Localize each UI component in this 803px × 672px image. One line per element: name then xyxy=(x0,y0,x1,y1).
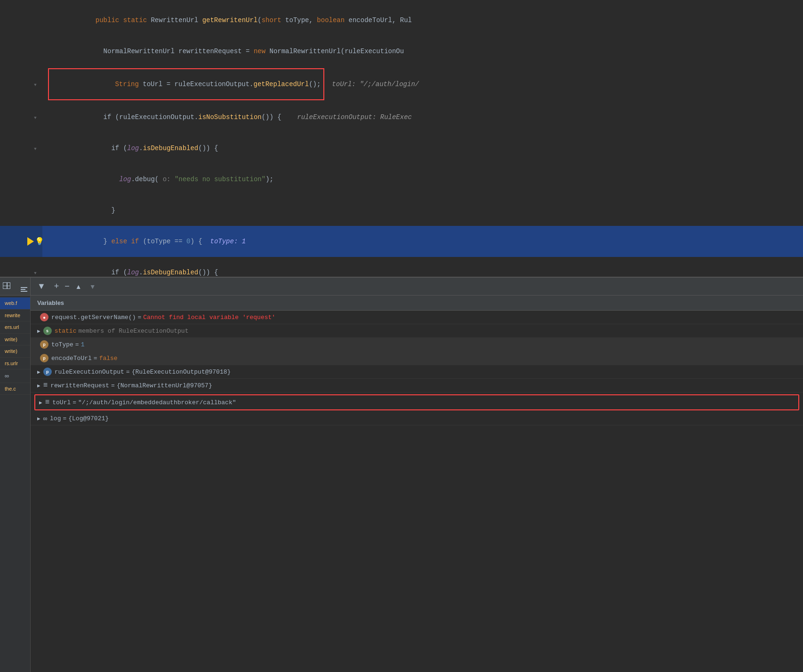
var-item-reo[interactable]: ▶ p ruleExecutionOutput = {RuleExecution… xyxy=(31,365,803,379)
keyword: boolean xyxy=(317,16,348,24)
else-if8: else if xyxy=(111,238,143,245)
expand-right-v8[interactable]: ▶ xyxy=(37,416,40,422)
frame-item-8[interactable]: the.c xyxy=(0,383,30,395)
expand-right-v6[interactable]: ▶ xyxy=(37,383,40,389)
var-name-request: request.getServerName() xyxy=(51,314,136,321)
remove-watch-button[interactable]: − xyxy=(64,281,70,291)
var-item-request[interactable]: ● request.getServerName() = Cannot find … xyxy=(31,311,803,324)
code-content-8: } else if (toType == 0) { toType: 1 xyxy=(42,226,803,257)
code-content-7: } xyxy=(42,195,803,226)
param2: encodeToUrl, Rul xyxy=(349,16,412,24)
frame-item-4[interactable]: write) xyxy=(0,334,30,346)
close-brace7: } xyxy=(88,207,115,214)
variables-list: ● request.getServerName() = Cannot find … xyxy=(31,311,803,672)
table-view-button[interactable] xyxy=(0,280,13,293)
breakpoint-arrow-8 xyxy=(27,237,34,246)
var-item-tourl[interactable]: ▶ ≡ toUrl = "/;/auth/login/embeddedauthb… xyxy=(34,394,799,410)
var-eq1: = xyxy=(137,314,141,321)
code-content-3: String toUrl = ruleExecutionOutput.getRe… xyxy=(42,67,803,102)
code-line-8: 💡 } else if (toType == 0) { toType: 1 xyxy=(0,226,803,257)
frame-item-6[interactable]: rs.urlr xyxy=(0,358,30,370)
var-eq3: = xyxy=(75,341,79,348)
fold-icon-3[interactable] xyxy=(34,80,36,88)
dot5: . xyxy=(139,144,143,152)
gutter-icons-5 xyxy=(28,133,42,164)
code-content-1: public static RewrittenUrl getRewritenUr… xyxy=(42,5,803,36)
equals2: = ruleExecutionOutput. xyxy=(167,80,254,88)
list-view-button[interactable] xyxy=(18,280,30,294)
var-eq5: = xyxy=(126,368,130,376)
var-icon-lines7: ≡ xyxy=(45,398,50,407)
var-val-rr: {NormalRewrittenUrl@97057} xyxy=(117,382,212,389)
var-name-reo: ruleExecutionOutput xyxy=(55,368,124,376)
var-value-request: Cannot find local variable 'request' xyxy=(143,314,275,321)
down-nav-button[interactable]: ▼ xyxy=(88,282,98,291)
code-line-2: NormalRewrittenUrl rewrittenRequest = ne… xyxy=(0,36,803,67)
fold-icon-4[interactable] xyxy=(34,113,36,121)
lightbulb-icon-8[interactable]: 💡 xyxy=(35,237,44,246)
gutter-2 xyxy=(0,36,28,67)
frame-item-7[interactable]: ∞ xyxy=(0,369,30,383)
gutter-icons-6 xyxy=(28,164,42,195)
indent9: if ( xyxy=(88,269,127,276)
var-item-totype[interactable]: p toType = 1 xyxy=(31,338,803,352)
var-item-static[interactable]: ▶ s static members of RuleExecutionOutpu… xyxy=(31,324,803,338)
if-stmt: if (ruleExecutionOutput. xyxy=(88,113,198,121)
var-name-log: log xyxy=(50,415,61,422)
paren9: ()) { xyxy=(198,269,218,276)
paren: ( xyxy=(257,16,261,24)
frame-item-2[interactable]: rewrite xyxy=(0,310,30,322)
frame-item-3[interactable]: ers.url xyxy=(0,321,30,334)
fold-icon-5[interactable] xyxy=(34,144,36,152)
frame-item-1[interactable]: web.f xyxy=(0,297,30,310)
log-var9: log xyxy=(127,269,139,276)
param: toType, xyxy=(285,16,317,24)
frame-label-4: write) xyxy=(5,336,25,344)
var-name-totype: toType xyxy=(51,341,73,348)
brace8: ) { xyxy=(190,238,210,245)
method-nosub: isNoSubstitution xyxy=(198,113,261,121)
var-val-encode: false xyxy=(99,355,118,362)
add-watch-button[interactable]: + xyxy=(54,281,59,291)
gutter-icons-8: 💡 xyxy=(28,226,42,257)
expand-right-v5[interactable]: ▶ xyxy=(37,369,40,375)
keyword: short xyxy=(262,16,285,24)
frame-label-3: ers.url xyxy=(5,323,25,331)
brace4: ()) { xyxy=(262,113,289,121)
tourl-var: toUrl xyxy=(143,80,166,88)
method-name: getRewritenUrl xyxy=(202,16,258,24)
frame-item-5[interactable]: write) xyxy=(0,345,30,358)
expand-right-v7[interactable]: ▶ xyxy=(39,400,42,406)
var-item-encode[interactable]: p encodeToUrl = false xyxy=(31,352,803,365)
var-item-log[interactable]: ▶ ∞ log = {Log@97021} xyxy=(31,412,803,425)
var-item-rr[interactable]: ▶ ≡ rewrittenRequest = {NormalRewrittenU… xyxy=(31,379,803,392)
var-icon-lines6: ≡ xyxy=(43,381,48,390)
string6: "needs no substitution" xyxy=(175,176,265,183)
var-name: rewrittenRequest xyxy=(178,48,246,55)
debugger-toolbar xyxy=(0,278,30,296)
var-icon-p4: p xyxy=(40,354,48,362)
code-line-4: if (ruleExecutionOutput.isNoSubstitution… xyxy=(0,102,803,133)
gutter-9 xyxy=(0,257,28,278)
code-content-2: NormalRewrittenUrl rewrittenRequest = ne… xyxy=(42,36,803,67)
gutter-4 xyxy=(0,102,28,133)
fold-icon-9[interactable] xyxy=(34,269,36,276)
log-var5: log xyxy=(127,144,139,152)
code-content-5: if (log.isDebugEnabled()) { xyxy=(42,133,803,164)
expand-all-button[interactable]: ▼ xyxy=(35,280,48,292)
code-lines: public static RewrittenUrl getRewritenUr… xyxy=(0,0,803,278)
frame-label-5: write) xyxy=(5,347,25,355)
code-line-9: if (log.isDebugEnabled()) { xyxy=(0,257,803,278)
type: RewrittenUrl xyxy=(151,16,202,24)
code-content-4: if (ruleExecutionOutput.isNoSubstitution… xyxy=(42,102,803,133)
var-val-reo: {RuleExecutionOutput@97018} xyxy=(132,368,231,376)
expand-right-v2[interactable]: ▶ xyxy=(37,328,40,334)
args: (ruleExecutionOu xyxy=(341,48,404,55)
up-nav-button[interactable]: ▲ xyxy=(73,282,84,291)
code-line-7: } xyxy=(0,195,803,226)
code-line-1: public static RewrittenUrl getRewritenUr… xyxy=(0,5,803,36)
var-val-totype: 1 xyxy=(81,341,85,348)
gutter-3 xyxy=(0,67,28,102)
paren5: ()) { xyxy=(198,144,218,152)
cond8: (toType == xyxy=(143,238,186,245)
